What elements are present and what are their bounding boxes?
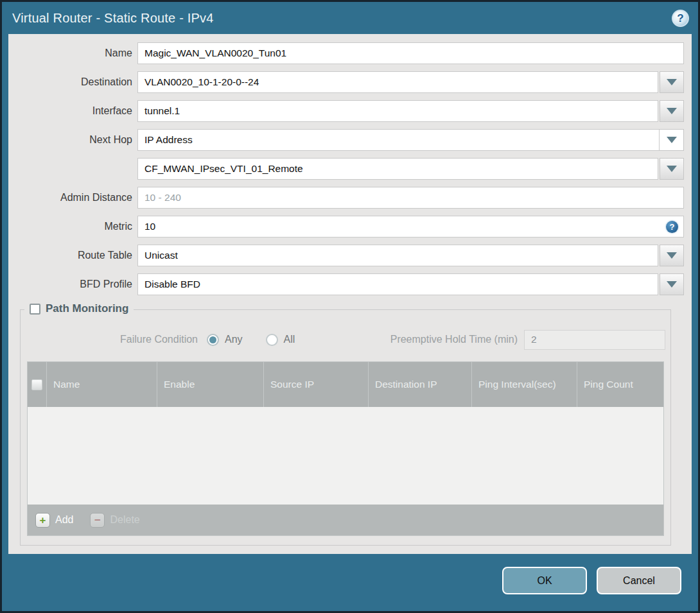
chevron-down-icon bbox=[667, 137, 677, 143]
metric-row: Metric ? bbox=[8, 216, 684, 237]
dialog-title-bar: Virtual Router - Static Route - IPv4 ? bbox=[2, 2, 698, 34]
interface-row: Interface tunnel.1 bbox=[8, 100, 684, 122]
interface-label: Interface bbox=[8, 105, 132, 117]
table-header-row: Name Enable Source IP Destination IP Pin… bbox=[28, 362, 663, 407]
column-header-ping-interval: Ping Interval(sec) bbox=[472, 362, 577, 407]
chevron-down-icon bbox=[667, 166, 677, 172]
path-monitoring-title: Path Monitoring bbox=[46, 302, 128, 315]
column-header-enable: Enable bbox=[157, 362, 264, 407]
plus-icon: + bbox=[35, 513, 50, 528]
select-all-cell bbox=[28, 362, 47, 407]
column-header-ping-count: Ping Count bbox=[577, 362, 663, 407]
minus-icon: − bbox=[90, 513, 105, 528]
failure-condition-all-label: All bbox=[284, 334, 295, 345]
table-body-empty bbox=[28, 407, 663, 505]
path-monitoring-legend: Path Monitoring bbox=[24, 302, 134, 315]
metric-input[interactable] bbox=[137, 216, 684, 237]
next-hop-row: Next Hop IP Address bbox=[8, 129, 684, 151]
failure-condition-row: Failure Condition Any All Preemptive Hol… bbox=[26, 329, 665, 350]
failure-condition-any-radio[interactable] bbox=[207, 334, 219, 346]
chevron-down-icon bbox=[667, 252, 677, 259]
route-table-row: Route Table Unicast bbox=[8, 245, 684, 266]
column-header-name: Name bbox=[47, 362, 157, 407]
interface-input[interactable]: tunnel.1 bbox=[137, 100, 658, 122]
destination-dropdown-button[interactable] bbox=[660, 71, 684, 93]
delete-button[interactable]: − Delete bbox=[90, 513, 139, 528]
bfd-profile-row: BFD Profile Disable BFD bbox=[8, 273, 684, 295]
preemptive-hold-time-label: Preemptive Hold Time (min) bbox=[390, 334, 518, 345]
column-header-source-ip: Source IP bbox=[264, 362, 369, 407]
name-input[interactable] bbox=[137, 42, 684, 64]
path-monitoring-fieldset: Path Monitoring Failure Condition Any Al… bbox=[20, 309, 671, 546]
next-hop-dropdown-button[interactable] bbox=[660, 129, 684, 151]
table-toolbar: + Add − Delete bbox=[28, 505, 663, 535]
destination-label: Destination bbox=[8, 76, 132, 88]
add-button-label: Add bbox=[55, 514, 73, 526]
metric-help-icon[interactable]: ? bbox=[666, 221, 678, 233]
interface-dropdown-button[interactable] bbox=[660, 100, 684, 122]
chevron-down-icon bbox=[667, 108, 677, 114]
next-hop-select[interactable]: IP Address bbox=[137, 129, 660, 151]
next-hop-address-dropdown-button[interactable] bbox=[660, 158, 684, 180]
dialog-footer: OK Cancel bbox=[2, 554, 698, 611]
next-hop-address-input[interactable]: CF_MWAN_IPsec_VTI_01_Remote bbox=[137, 158, 658, 180]
dialog-body: Name Destination VLAN0020_10-1-20-0--24 … bbox=[8, 34, 692, 554]
metric-label: Metric bbox=[8, 221, 132, 232]
failure-condition-all-radio[interactable] bbox=[266, 334, 278, 346]
admin-distance-label: Admin Distance bbox=[8, 192, 132, 203]
dialog-title: Virtual Router - Static Route - IPv4 bbox=[12, 11, 672, 26]
preemptive-hold-time-input[interactable] bbox=[524, 330, 665, 350]
bfd-profile-label: BFD Profile bbox=[8, 279, 132, 290]
name-label: Name bbox=[8, 47, 132, 59]
next-hop-label: Next Hop bbox=[8, 134, 132, 146]
path-monitoring-checkbox[interactable] bbox=[30, 304, 40, 315]
failure-condition-any-label: Any bbox=[225, 334, 243, 345]
failure-condition-label: Failure Condition bbox=[26, 334, 198, 345]
next-hop-address-row: CF_MWAN_IPsec_VTI_01_Remote bbox=[8, 158, 684, 180]
destination-input[interactable]: VLAN0020_10-1-20-0--24 bbox=[137, 71, 658, 93]
delete-button-label: Delete bbox=[110, 514, 139, 526]
route-table-dropdown-button[interactable] bbox=[660, 245, 684, 266]
name-row: Name bbox=[8, 42, 684, 64]
path-monitoring-table: Name Enable Source IP Destination IP Pin… bbox=[27, 361, 664, 536]
chevron-down-icon bbox=[667, 79, 677, 85]
column-header-destination-ip: Destination IP bbox=[369, 362, 472, 407]
admin-distance-input[interactable] bbox=[137, 187, 684, 209]
bfd-profile-dropdown-button[interactable] bbox=[660, 273, 684, 295]
destination-row: Destination VLAN0020_10-1-20-0--24 bbox=[8, 71, 684, 93]
route-table-label: Route Table bbox=[8, 250, 132, 261]
add-button[interactable]: + Add bbox=[35, 513, 73, 528]
ok-button[interactable]: OK bbox=[502, 567, 587, 594]
chevron-down-icon bbox=[667, 281, 677, 288]
bfd-profile-select[interactable]: Disable BFD bbox=[137, 273, 658, 295]
cancel-button[interactable]: Cancel bbox=[597, 567, 681, 594]
route-table-select[interactable]: Unicast bbox=[137, 245, 658, 266]
select-all-checkbox[interactable] bbox=[31, 379, 42, 390]
admin-distance-row: Admin Distance bbox=[8, 187, 684, 209]
static-route-dialog: Virtual Router - Static Route - IPv4 ? N… bbox=[0, 0, 700, 613]
help-icon[interactable]: ? bbox=[672, 10, 689, 27]
